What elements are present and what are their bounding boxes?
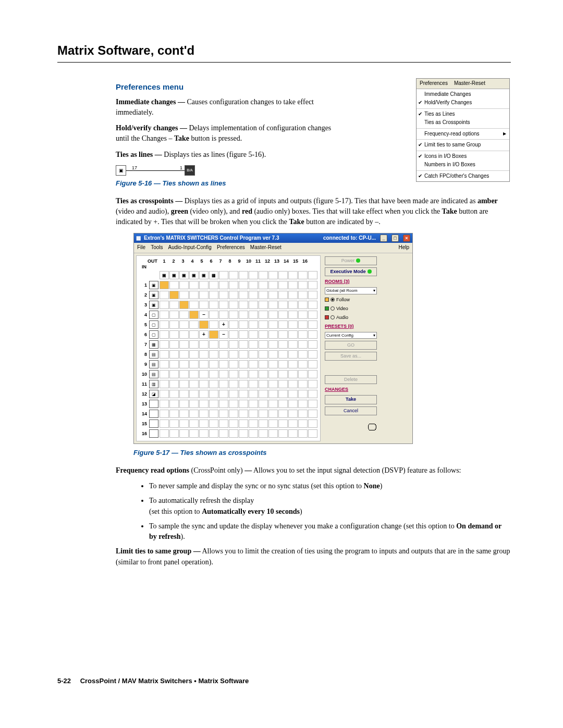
crosspoint-cell[interactable] <box>239 340 248 349</box>
crosspoint-cell[interactable] <box>239 291 248 299</box>
crosspoint-cell[interactable] <box>179 320 189 329</box>
crosspoint-cell[interactable] <box>249 380 258 388</box>
crosspoint-cell[interactable] <box>249 291 258 299</box>
crosspoint-cell[interactable] <box>288 410 298 418</box>
crosspoint-cell[interactable] <box>298 330 308 339</box>
crosspoint-cell[interactable] <box>179 360 189 368</box>
crosspoint-cell[interactable] <box>278 340 288 349</box>
crosspoint-cell[interactable] <box>199 291 209 299</box>
menu-tools[interactable]: Tools <box>151 244 163 252</box>
crosspoint-cell[interactable] <box>239 419 248 428</box>
crosspoint-cell[interactable] <box>160 360 169 368</box>
menu-file[interactable]: File <box>137 244 145 252</box>
crosspoint-cell[interactable] <box>308 410 317 418</box>
crosspoint-cell[interactable] <box>209 350 218 359</box>
crosspoint-cell[interactable] <box>288 419 298 428</box>
pref-menu-item[interactable]: Numbers in I/O Boxes <box>417 161 509 169</box>
crosspoint-cell[interactable] <box>278 400 288 408</box>
crosspoint-cell[interactable] <box>189 311 199 319</box>
crosspoint-cell[interactable] <box>229 410 238 418</box>
crosspoint-cell[interactable] <box>249 370 258 378</box>
crosspoint-cell[interactable] <box>209 311 218 319</box>
crosspoint-cell[interactable] <box>278 429 288 438</box>
crosspoint-cell[interactable] <box>219 340 228 349</box>
crosspoint-cell[interactable] <box>160 320 169 329</box>
crosspoint-cell[interactable] <box>308 291 317 299</box>
minimize-button-icon[interactable]: _ <box>380 235 387 242</box>
crosspoint-cell[interactable] <box>268 330 278 339</box>
menu-help[interactable]: Help <box>398 244 409 252</box>
power-button[interactable]: Power <box>325 256 377 265</box>
crosspoint-cell[interactable] <box>268 410 278 418</box>
crosspoint-cell[interactable] <box>209 390 218 398</box>
crosspoint-cell[interactable] <box>189 419 199 428</box>
crosspoint-cell[interactable] <box>239 370 248 378</box>
crosspoint-cell[interactable] <box>229 390 238 398</box>
crosspoint-cell[interactable] <box>239 311 248 319</box>
crosspoint-cell[interactable] <box>219 429 228 438</box>
pref-menu-item[interactable]: ✔Catch FPC/other's Changes <box>417 172 509 181</box>
crosspoint-cell[interactable] <box>169 330 179 339</box>
crosspoint-cell[interactable] <box>259 340 268 349</box>
crosspoint-cell[interactable] <box>268 380 278 388</box>
crosspoint-cell[interactable] <box>209 410 218 418</box>
menu-audio-input-config[interactable]: Audio-Input-Config <box>168 244 211 252</box>
crosspoint-cell[interactable] <box>199 340 209 349</box>
crosspoint-cell[interactable] <box>199 320 209 329</box>
crosspoint-cell[interactable] <box>249 330 258 339</box>
crosspoint-cell[interactable] <box>199 390 209 398</box>
crosspoint-cell[interactable] <box>278 291 288 299</box>
crosspoint-cell[interactable] <box>169 390 179 398</box>
crosspoint-cell[interactable] <box>199 400 209 408</box>
crosspoint-cell[interactable] <box>160 370 169 378</box>
crosspoint-cell[interactable] <box>160 429 169 438</box>
crosspoint-cell[interactable] <box>288 291 298 299</box>
crosspoint-cell[interactable] <box>268 281 278 289</box>
crosspoint-cell[interactable] <box>278 370 288 378</box>
crosspoint-cell[interactable] <box>189 390 199 398</box>
crosspoint-cell[interactable] <box>229 311 238 319</box>
crosspoint-cell[interactable] <box>298 370 308 378</box>
crosspoint-cell[interactable] <box>259 320 268 329</box>
crosspoint-cell[interactable] <box>179 390 189 398</box>
crosspoint-cell[interactable] <box>288 400 298 408</box>
crosspoint-cell[interactable] <box>268 390 278 398</box>
crosspoint-cell[interactable] <box>278 410 288 418</box>
crosspoint-cell[interactable] <box>189 380 199 388</box>
take-button[interactable]: Take <box>325 395 377 404</box>
crosspoint-cell[interactable] <box>179 380 189 388</box>
crosspoint-cell[interactable] <box>219 400 228 408</box>
crosspoint-cell[interactable] <box>179 340 189 349</box>
crosspoint-cell[interactable] <box>288 429 298 438</box>
crosspoint-cell[interactable] <box>268 320 278 329</box>
crosspoint-cell[interactable] <box>199 281 209 289</box>
crosspoint-cell[interactable] <box>179 370 189 378</box>
crosspoint-cell[interactable] <box>199 410 209 418</box>
video-radio[interactable]: Video <box>325 305 377 312</box>
crosspoint-cell[interactable] <box>229 281 238 289</box>
go-button[interactable]: GO <box>325 341 377 350</box>
presets-select[interactable]: Current Config▾ <box>325 332 377 339</box>
crosspoint-cell[interactable] <box>268 400 278 408</box>
crosspoint-cell[interactable] <box>249 429 258 438</box>
crosspoint-cell[interactable] <box>179 410 189 418</box>
crosspoint-cell[interactable] <box>189 410 199 418</box>
crosspoint-cell[interactable] <box>199 380 209 388</box>
crosspoint-cell[interactable] <box>219 380 228 388</box>
crosspoint-cell[interactable] <box>308 400 317 408</box>
crosspoint-cell[interactable] <box>239 429 248 438</box>
crosspoint-cell[interactable] <box>179 301 189 309</box>
pref-menu-item[interactable]: Frequency-read options▶ <box>417 130 509 139</box>
crosspoint-cell[interactable] <box>219 281 228 289</box>
crosspoint-cell[interactable] <box>259 419 268 428</box>
crosspoint-cell[interactable] <box>308 429 317 438</box>
crosspoint-cell[interactable]: + <box>199 330 209 339</box>
pref-menu-item[interactable]: ✔Hold/Verify Changes <box>417 98 509 107</box>
crosspoint-cell[interactable] <box>219 311 228 319</box>
crosspoint-cell[interactable] <box>239 400 248 408</box>
crosspoint-cell[interactable] <box>308 390 317 398</box>
audio-radio[interactable]: Audio <box>325 314 377 321</box>
crosspoint-cell[interactable] <box>169 360 179 368</box>
crosspoint-cell[interactable] <box>229 320 238 329</box>
crosspoint-cell[interactable] <box>259 429 268 438</box>
